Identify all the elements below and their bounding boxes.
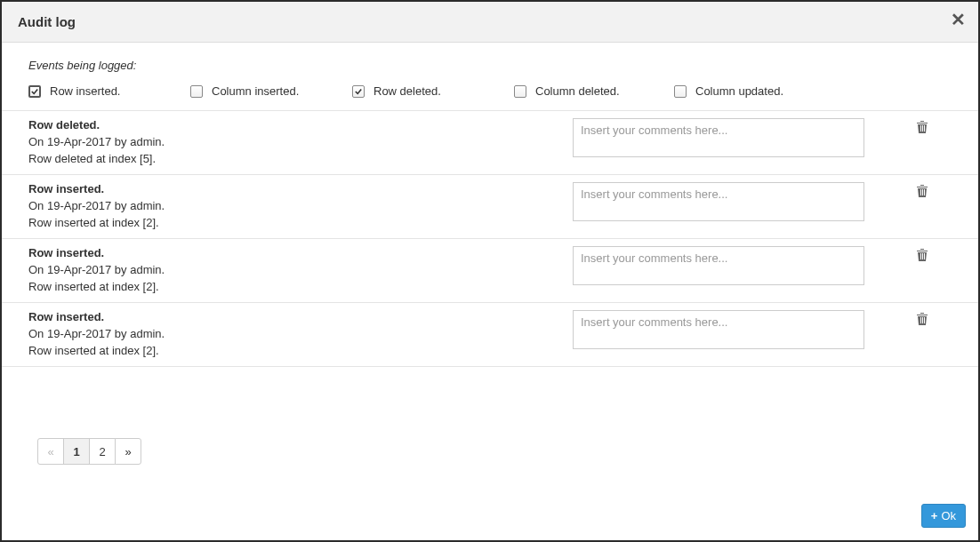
pagination: « 1 2 » (37, 438, 978, 465)
ok-button-label: Ok (941, 509, 956, 522)
page-prev-button[interactable]: « (37, 438, 64, 465)
log-entry-meta: On 19-Apr-2017 by admin. (28, 263, 573, 276)
svg-rect-11 (924, 317, 925, 323)
svg-rect-0 (920, 125, 921, 132)
trash-icon[interactable] (916, 248, 928, 262)
event-option-label: Column inserted. (212, 84, 299, 98)
events-options-row: Row inserted. Column inserted. Row delet… (28, 84, 952, 98)
plus-icon: + (931, 509, 938, 522)
log-entry-detail: Row inserted at index [2]. (28, 216, 573, 229)
log-entry-title: Row inserted. (28, 246, 573, 259)
log-entries: Row deleted. On 19-Apr-2017 by admin. Ro… (2, 110, 978, 367)
comment-input[interactable] (573, 182, 864, 221)
log-entry-actions (864, 118, 952, 134)
log-entry-info: Row deleted. On 19-Apr-2017 by admin. Ro… (28, 118, 573, 165)
svg-rect-6 (920, 253, 921, 259)
svg-rect-8 (924, 253, 925, 259)
svg-rect-3 (920, 189, 921, 195)
log-entry-meta: On 19-Apr-2017 by admin. (28, 327, 573, 340)
event-option-row-deleted: Row deleted. (352, 84, 514, 98)
checkbox-row-deleted[interactable] (352, 85, 365, 98)
log-entry-actions (864, 182, 952, 198)
event-option-row-inserted: Row inserted. (28, 84, 190, 98)
event-option-column-inserted: Column inserted. (190, 84, 352, 98)
log-entry: Row inserted. On 19-Apr-2017 by admin. R… (2, 175, 978, 239)
svg-rect-10 (922, 317, 923, 323)
log-entry-actions (864, 246, 952, 262)
log-entry-actions (864, 310, 952, 326)
checkbox-column-inserted[interactable] (190, 85, 203, 98)
log-entry: Row inserted. On 19-Apr-2017 by admin. R… (2, 239, 978, 303)
log-entry-detail: Row deleted at index [5]. (28, 152, 573, 165)
page-button-2[interactable]: 2 (89, 438, 116, 465)
svg-rect-1 (922, 125, 923, 132)
checkbox-column-deleted[interactable] (514, 85, 526, 98)
event-option-label: Row deleted. (374, 84, 441, 98)
audit-log-modal: Audit log ✕ Events being logged: Row ins… (0, 0, 980, 542)
close-icon[interactable]: ✕ (951, 11, 966, 28)
svg-rect-5 (924, 189, 925, 195)
event-option-column-updated: Column updated. (674, 84, 783, 98)
modal-title: Audit log (18, 14, 76, 29)
log-entry-meta: On 19-Apr-2017 by admin. (28, 135, 573, 148)
log-entry-info: Row inserted. On 19-Apr-2017 by admin. R… (28, 246, 573, 293)
log-entry-comment (573, 118, 864, 160)
event-option-label: Column updated. (695, 84, 783, 98)
checkbox-row-inserted[interactable] (28, 85, 41, 98)
svg-rect-2 (924, 125, 925, 132)
svg-rect-7 (922, 253, 923, 259)
events-filter: Events being logged: Row inserted. Colum… (2, 43, 978, 110)
log-entry-info: Row inserted. On 19-Apr-2017 by admin. R… (28, 182, 573, 229)
log-entry-comment (573, 182, 864, 224)
log-entry-comment (573, 310, 864, 352)
modal-footer: + Ok (921, 504, 966, 528)
modal-header: Audit log ✕ (2, 2, 978, 43)
log-entry: Row inserted. On 19-Apr-2017 by admin. R… (2, 303, 978, 367)
svg-rect-9 (920, 317, 921, 323)
comment-input[interactable] (573, 246, 864, 285)
log-entry-title: Row inserted. (28, 310, 573, 323)
log-entry-detail: Row inserted at index [2]. (28, 344, 573, 357)
event-option-column-deleted: Column deleted. (514, 84, 674, 98)
log-entry-detail: Row inserted at index [2]. (28, 280, 573, 293)
svg-rect-4 (922, 189, 923, 195)
page-button-1[interactable]: 1 (63, 438, 90, 465)
comment-input[interactable] (573, 310, 864, 349)
log-entry-meta: On 19-Apr-2017 by admin. (28, 199, 573, 212)
log-entry-info: Row inserted. On 19-Apr-2017 by admin. R… (28, 310, 573, 357)
event-option-label: Row inserted. (50, 84, 120, 98)
comment-input[interactable] (573, 118, 864, 157)
event-option-label: Column deleted. (535, 84, 620, 98)
trash-icon[interactable] (916, 184, 928, 198)
log-entry: Row deleted. On 19-Apr-2017 by admin. Ro… (2, 111, 978, 175)
ok-button[interactable]: + Ok (921, 504, 966, 528)
events-title: Events being logged: (28, 59, 952, 72)
log-entry-comment (573, 246, 864, 288)
trash-icon[interactable] (916, 312, 928, 326)
log-entry-title: Row inserted. (28, 182, 573, 195)
checkbox-column-updated[interactable] (674, 85, 687, 98)
log-entry-title: Row deleted. (28, 118, 573, 132)
page-next-button[interactable]: » (115, 438, 141, 465)
trash-icon[interactable] (916, 120, 928, 134)
